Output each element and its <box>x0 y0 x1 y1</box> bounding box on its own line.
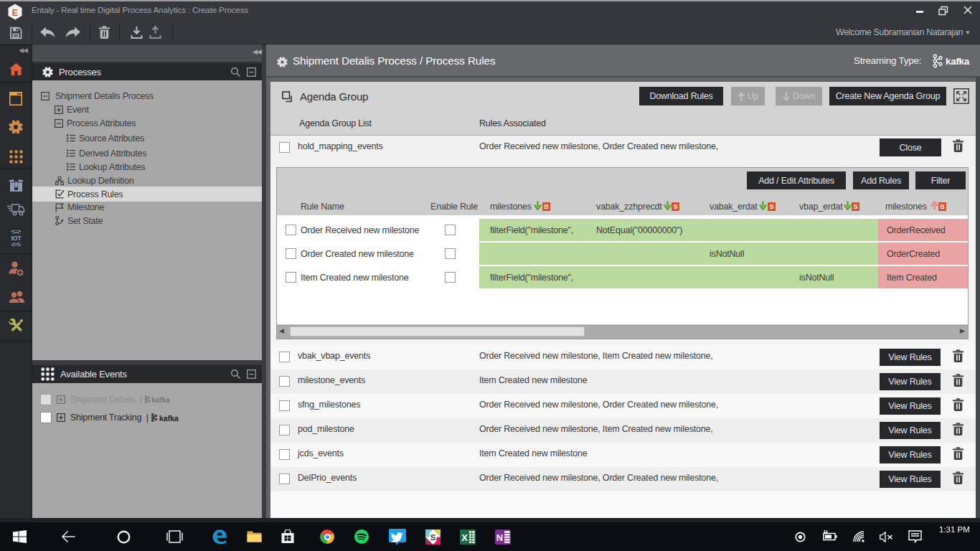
svg-text:X: X <box>461 532 468 543</box>
svg-text:IOT: IOT <box>11 234 22 242</box>
svg-text:S: S <box>430 533 436 542</box>
svg-text:N: N <box>496 532 503 543</box>
svg-text:E: E <box>12 7 18 17</box>
